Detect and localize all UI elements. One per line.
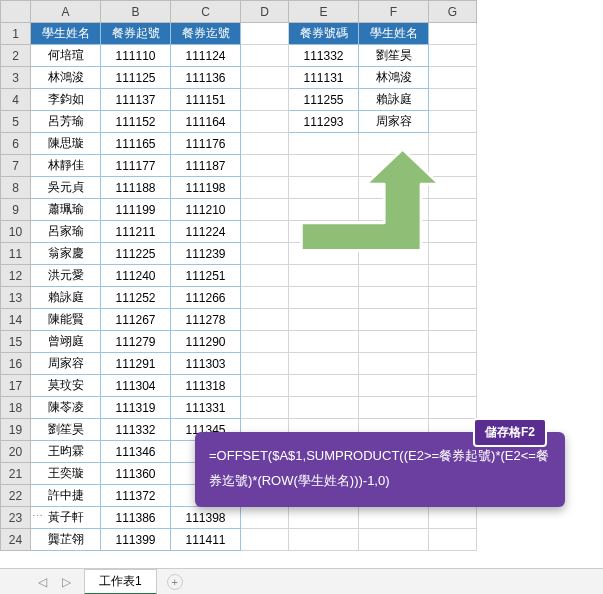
cell[interactable]: 111110 — [101, 45, 171, 67]
cell[interactable]: 蕭珮瑜 — [31, 199, 101, 221]
cell[interactable] — [241, 353, 289, 375]
cell[interactable] — [289, 353, 359, 375]
cell[interactable] — [241, 507, 289, 529]
cell[interactable] — [289, 287, 359, 309]
cell[interactable]: 呂芳瑜 — [31, 111, 101, 133]
col-header[interactable]: A — [31, 1, 101, 23]
cell[interactable]: 111137 — [101, 89, 171, 111]
row-header[interactable]: 23 — [1, 507, 31, 529]
cell[interactable]: 111125 — [101, 67, 171, 89]
cell[interactable]: 111152 — [101, 111, 171, 133]
cell[interactable]: 洪元愛 — [31, 265, 101, 287]
row-header[interactable]: 21 — [1, 463, 31, 485]
cell[interactable]: 111239 — [171, 243, 241, 265]
cell[interactable]: 111164 — [171, 111, 241, 133]
cell[interactable]: 呂家瑜 — [31, 221, 101, 243]
cell[interactable]: 餐券號碼 — [289, 23, 359, 45]
cell[interactable]: 111198 — [171, 177, 241, 199]
cell[interactable]: 學生姓名 — [359, 23, 429, 45]
cell[interactable] — [289, 243, 359, 265]
cell[interactable] — [241, 67, 289, 89]
cell[interactable] — [241, 199, 289, 221]
cell[interactable] — [289, 529, 359, 551]
cell[interactable] — [429, 155, 477, 177]
col-header[interactable]: D — [241, 1, 289, 23]
cell[interactable]: 111360 — [101, 463, 171, 485]
cell[interactable]: 許中捷 — [31, 485, 101, 507]
cell[interactable] — [359, 287, 429, 309]
cell[interactable]: 111372 — [101, 485, 171, 507]
add-sheet-icon[interactable]: + — [167, 574, 183, 590]
cell[interactable]: 翁家慶 — [31, 243, 101, 265]
cell[interactable]: 111210 — [171, 199, 241, 221]
cell[interactable]: 莫玟安 — [31, 375, 101, 397]
cell[interactable] — [429, 243, 477, 265]
cell[interactable] — [289, 265, 359, 287]
cell[interactable]: 111165 — [101, 133, 171, 155]
cell[interactable] — [241, 287, 289, 309]
cell[interactable]: 111136 — [171, 67, 241, 89]
row-header[interactable]: 9 — [1, 199, 31, 221]
cell[interactable] — [429, 353, 477, 375]
cell[interactable]: 賴詠庭 — [359, 89, 429, 111]
col-header[interactable]: G — [429, 1, 477, 23]
cell[interactable]: 周家容 — [31, 353, 101, 375]
cell[interactable] — [359, 529, 429, 551]
row-header[interactable]: 5 — [1, 111, 31, 133]
cell[interactable] — [241, 331, 289, 353]
cell[interactable]: 111188 — [101, 177, 171, 199]
cell[interactable] — [241, 529, 289, 551]
cell[interactable]: 111304 — [101, 375, 171, 397]
tab-nav-left-icon[interactable]: ◁ — [30, 572, 54, 592]
row-header[interactable]: 6 — [1, 133, 31, 155]
cell[interactable] — [359, 353, 429, 375]
cell[interactable] — [429, 309, 477, 331]
col-header[interactable]: B — [101, 1, 171, 23]
cell[interactable] — [359, 243, 429, 265]
cell[interactable]: 林鴻浚 — [359, 67, 429, 89]
cell[interactable] — [241, 155, 289, 177]
cell[interactable]: 111346 — [101, 441, 171, 463]
cell[interactable]: 劉笙昊 — [359, 45, 429, 67]
cell[interactable] — [289, 375, 359, 397]
cell[interactable]: 111255 — [289, 89, 359, 111]
tab-nav-right-icon[interactable]: ▷ — [54, 572, 78, 592]
row-header[interactable]: 11 — [1, 243, 31, 265]
cell[interactable] — [241, 221, 289, 243]
cell[interactable] — [429, 89, 477, 111]
cell[interactable]: 111177 — [101, 155, 171, 177]
cell[interactable]: 龔芷翎 — [31, 529, 101, 551]
row-header[interactable]: 2 — [1, 45, 31, 67]
cell[interactable]: 王奕璇 — [31, 463, 101, 485]
cell[interactable] — [429, 45, 477, 67]
cell[interactable]: 餐券起號 — [101, 23, 171, 45]
cell[interactable]: 餐券迄號 — [171, 23, 241, 45]
cell[interactable] — [289, 177, 359, 199]
cell[interactable]: 111290 — [171, 331, 241, 353]
cell[interactable]: 曾翊庭 — [31, 331, 101, 353]
cell[interactable]: 111267 — [101, 309, 171, 331]
cell[interactable] — [241, 177, 289, 199]
cell[interactable]: 111151 — [171, 89, 241, 111]
cell[interactable]: 111319 — [101, 397, 171, 419]
row-header[interactable]: 1 — [1, 23, 31, 45]
cell[interactable]: 學生姓名 — [31, 23, 101, 45]
cell[interactable] — [359, 331, 429, 353]
cell[interactable]: 111266 — [171, 287, 241, 309]
cell[interactable] — [359, 221, 429, 243]
row-header[interactable]: 8 — [1, 177, 31, 199]
cell[interactable] — [429, 221, 477, 243]
cell[interactable] — [429, 177, 477, 199]
cell[interactable] — [289, 309, 359, 331]
cell[interactable] — [289, 397, 359, 419]
cell[interactable]: 賴詠庭 — [31, 287, 101, 309]
cell[interactable]: 111176 — [171, 133, 241, 155]
cell[interactable]: 李鈞如 — [31, 89, 101, 111]
cell[interactable] — [359, 507, 429, 529]
cell[interactable]: 陳思璇 — [31, 133, 101, 155]
cell[interactable] — [429, 111, 477, 133]
cell[interactable]: 111318 — [171, 375, 241, 397]
row-header[interactable]: 4 — [1, 89, 31, 111]
cell[interactable] — [359, 265, 429, 287]
cell[interactable]: 111291 — [101, 353, 171, 375]
